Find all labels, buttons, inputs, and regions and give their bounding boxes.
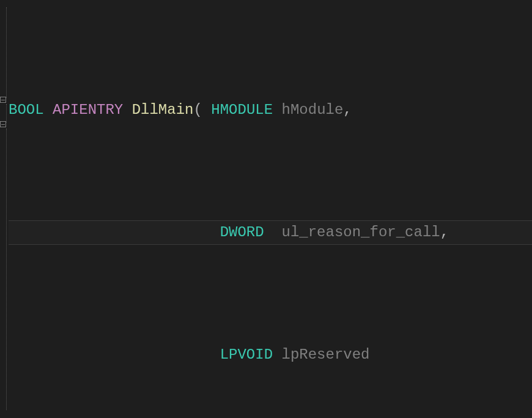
fold-box-icon[interactable] — [0, 97, 6, 103]
type-token: BOOL — [9, 102, 44, 118]
comma-token: , — [343, 102, 352, 118]
modifier-token: APIENTRY — [53, 102, 123, 118]
code-area[interactable]: BOOL APIENTRY DllMain( HMODULE hModule, … — [9, 0, 532, 418]
param-token: lpReserved — [281, 346, 369, 363]
code-line[interactable]: DWORD ul_reason_for_call, — [9, 220, 532, 245]
code-line[interactable]: BOOL APIENTRY DllMain( HMODULE hModule, — [9, 98, 532, 122]
type-token: DWORD — [220, 224, 264, 241]
function-name-token: DllMain — [132, 102, 194, 118]
paren-open: ( — [193, 102, 202, 118]
type-token: LPVOID — [220, 346, 273, 363]
code-line[interactable]: LPVOID lpReserved — [9, 343, 532, 367]
param-token: ul_reason_for_call — [281, 224, 440, 241]
comma-token: , — [440, 224, 449, 241]
fold-gutter — [0, 0, 9, 418]
code-editor[interactable]: BOOL APIENTRY DllMain( HMODULE hModule, … — [0, 0, 532, 418]
type-token: HMODULE — [211, 102, 273, 118]
param-token: hModule — [282, 102, 344, 118]
fold-box-icon[interactable] — [0, 121, 6, 127]
